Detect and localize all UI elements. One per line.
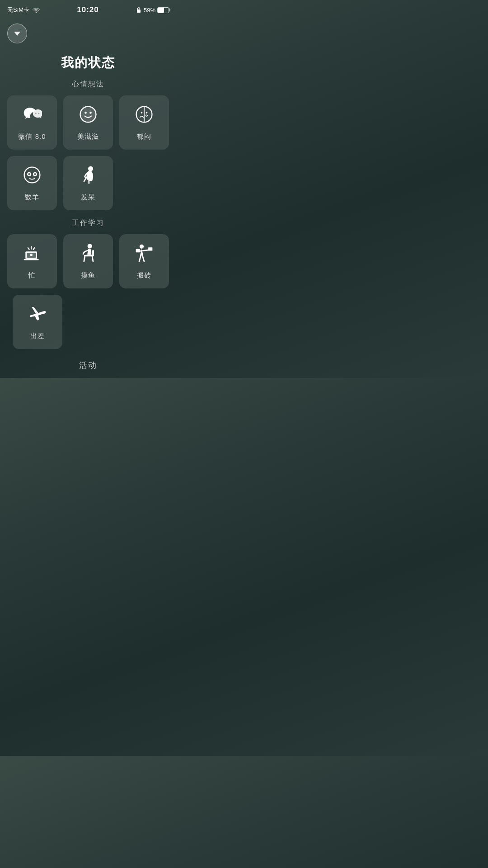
card-wechat[interactable]: 微信 8.0 xyxy=(7,95,57,150)
bottom-section-label: 活动 xyxy=(0,360,176,371)
svg-line-32 xyxy=(92,256,93,261)
wifi-icon xyxy=(32,7,40,13)
card-labor[interactable]: 搬砖 xyxy=(119,234,169,288)
work-row-1: 忙 摸鱼 xyxy=(0,234,176,288)
card-busy-label: 忙 xyxy=(28,271,36,280)
daze-icon xyxy=(78,165,98,188)
svg-line-26 xyxy=(33,248,35,250)
card-travel[interactable]: 出差 xyxy=(13,295,62,349)
svg-point-33 xyxy=(140,244,144,248)
svg-point-3 xyxy=(35,113,37,114)
svg-rect-23 xyxy=(24,259,39,260)
page-title: 我的状态 xyxy=(0,54,176,71)
card-happy[interactable]: 美滋滋 xyxy=(63,95,113,150)
mood-row-1: 微信 8.0 美滋滋 xyxy=(0,95,176,150)
svg-point-8 xyxy=(84,112,87,114)
svg-point-2 xyxy=(30,112,32,113)
busy-icon xyxy=(22,243,42,266)
svg-rect-35 xyxy=(136,249,140,252)
depressed-icon xyxy=(134,104,154,127)
card-daze[interactable]: 发呆 xyxy=(63,156,113,210)
section-label-mood: 心情想法 xyxy=(0,80,176,89)
svg-point-9 xyxy=(89,112,92,114)
back-button[interactable] xyxy=(7,24,27,43)
svg-point-12 xyxy=(141,112,143,113)
svg-point-27 xyxy=(30,253,33,256)
svg-line-38 xyxy=(142,255,144,261)
card-wechat-label: 微信 8.0 xyxy=(18,132,46,141)
labor-icon xyxy=(134,243,154,266)
svg-point-4 xyxy=(38,113,39,114)
svg-line-37 xyxy=(139,255,141,261)
svg-line-31 xyxy=(84,256,85,261)
card-busy[interactable]: 忙 xyxy=(7,234,57,288)
sleepy-icon xyxy=(22,165,42,188)
happy-icon xyxy=(78,104,98,127)
wechat-icon xyxy=(22,104,42,127)
status-left: 无SIM卡 xyxy=(7,6,40,14)
svg-point-20 xyxy=(88,166,93,171)
card-slack[interactable]: 摸鱼 xyxy=(63,234,113,288)
status-right: 59% xyxy=(136,7,169,14)
svg-point-15 xyxy=(24,167,40,183)
svg-rect-36 xyxy=(148,247,152,250)
battery-icon xyxy=(157,7,169,13)
mood-row-2: 数羊 发呆 xyxy=(0,156,176,210)
card-depressed[interactable]: 郁闷 xyxy=(119,95,169,150)
card-happy-label: 美滋滋 xyxy=(77,132,99,141)
work-row-2: 出差 xyxy=(0,295,176,349)
svg-line-25 xyxy=(28,248,29,250)
svg-point-19 xyxy=(34,173,36,175)
card-labor-label: 搬砖 xyxy=(137,271,151,280)
card-slack-label: 摸鱼 xyxy=(81,271,95,280)
slack-icon xyxy=(78,243,98,266)
card-sleepy[interactable]: 数羊 xyxy=(7,156,57,210)
card-sleepy-label: 数羊 xyxy=(25,193,39,202)
chevron-down-icon xyxy=(14,32,20,36)
svg-point-14 xyxy=(146,115,147,116)
svg-point-28 xyxy=(88,244,92,248)
svg-rect-0 xyxy=(137,9,141,13)
travel-icon xyxy=(28,304,47,326)
card-travel-label: 出差 xyxy=(30,332,45,340)
svg-point-18 xyxy=(28,173,30,175)
section-label-work: 工作学习 xyxy=(0,218,176,228)
card-depressed-label: 郁闷 xyxy=(137,132,151,141)
status-time: 10:20 xyxy=(77,5,99,14)
sim-text: 无SIM卡 xyxy=(7,6,29,14)
svg-point-13 xyxy=(146,112,148,113)
lock-icon xyxy=(136,7,142,13)
battery-percent: 59% xyxy=(144,7,155,14)
status-bar: 无SIM卡 10:20 59% xyxy=(0,0,176,20)
back-button-row xyxy=(0,20,176,47)
card-daze-label: 发呆 xyxy=(81,193,95,202)
svg-rect-30 xyxy=(92,250,94,256)
svg-point-1 xyxy=(26,112,28,113)
